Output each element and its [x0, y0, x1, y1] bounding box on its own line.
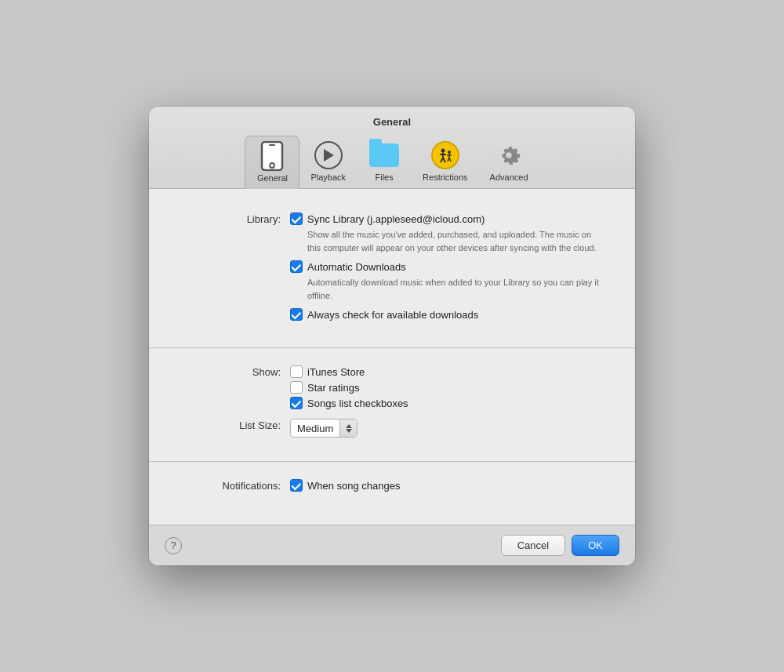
svg-line-12 [449, 158, 451, 162]
notifications-label: Notifications: [180, 479, 290, 492]
help-label: ? [170, 539, 176, 551]
tab-restrictions[interactable]: Restrictions [412, 136, 478, 188]
tab-advanced-label: Advanced [490, 173, 528, 182]
library-label: Library: [180, 212, 290, 225]
files-folder-icon [369, 143, 399, 167]
svg-rect-1 [269, 144, 275, 146]
svg-point-3 [441, 149, 445, 153]
button-group: Cancel OK [501, 535, 619, 556]
sync-library-description: Show all the music you've added, purchas… [307, 228, 604, 254]
notifications-section: Notifications: When song changes [149, 471, 635, 509]
sync-library-checkbox[interactable] [290, 212, 303, 225]
restrictions-parental-icon [431, 141, 459, 169]
tab-restrictions-label: Restrictions [423, 173, 467, 182]
tab-files-label: Files [375, 173, 393, 182]
playback-icon-container [314, 140, 343, 170]
library-content: Sync Library (j.appleseed@icloud.com) Sh… [290, 212, 604, 324]
auto-downloads-row: Automatic Downloads [290, 260, 604, 273]
general-device-icon [260, 141, 284, 171]
when-song-row: When song changes [290, 479, 604, 492]
list-size-row: List Size: Medium [180, 419, 604, 438]
dialog-title: General [149, 116, 635, 128]
show-content: iTunes Store Star ratings Songs list che… [290, 365, 604, 412]
divider-1 [149, 347, 635, 348]
notifications-content: When song changes [290, 479, 604, 495]
title-bar: General General Playback [149, 107, 635, 189]
when-song-label: When song changes [307, 480, 401, 492]
songs-checkboxes-label: Songs list checkboxes [307, 398, 408, 409]
songs-checkboxes-row: Songs list checkboxes [290, 397, 604, 409]
itunes-store-label: iTunes Store [307, 366, 365, 378]
show-row: Show: iTunes Store Star ratings [180, 365, 604, 412]
divider-2 [149, 461, 635, 462]
main-content: Library: Sync Library (j.appleseed@iclou… [149, 189, 635, 525]
advanced-icon-container [494, 140, 524, 170]
notifications-row: Notifications: When song changes [180, 479, 604, 495]
list-size-select[interactable]: Medium [290, 419, 358, 438]
arrow-down-icon [346, 429, 352, 433]
advanced-gear-icon [495, 142, 522, 169]
bottom-bar: ? Cancel OK [149, 525, 635, 565]
svg-point-13 [506, 152, 512, 158]
always-check-row: Always check for available downloads [290, 308, 604, 321]
when-song-checkbox[interactable] [290, 479, 303, 492]
show-section: Show: iTunes Store Star ratings [149, 358, 635, 452]
arrow-up-icon [346, 424, 352, 428]
auto-downloads-checkbox[interactable] [290, 260, 303, 273]
tab-general-label: General [257, 173, 288, 183]
general-icon-container [257, 141, 287, 171]
list-size-value: Medium [291, 423, 339, 434]
files-icon-container [369, 140, 399, 170]
star-ratings-row: Star ratings [290, 381, 604, 394]
svg-rect-0 [262, 142, 282, 170]
itunes-store-row: iTunes Store [290, 365, 604, 378]
star-ratings-checkbox[interactable] [290, 381, 303, 394]
tab-advanced[interactable]: Advanced [479, 136, 539, 188]
cancel-label: Cancel [517, 539, 549, 551]
always-check-checkbox[interactable] [290, 308, 303, 321]
sync-library-label: Sync Library (j.appleseed@icloud.com) [307, 213, 485, 225]
svg-line-7 [443, 158, 445, 162]
tab-playback-label: Playback [310, 173, 346, 182]
auto-downloads-label: Automatic Downloads [307, 261, 406, 273]
tab-playback[interactable]: Playback [299, 136, 357, 188]
help-button[interactable]: ? [165, 537, 182, 554]
ok-button[interactable]: OK [572, 535, 619, 556]
svg-point-8 [448, 151, 451, 154]
restrictions-icon-container [430, 140, 460, 170]
auto-downloads-description: Automatically download music when added … [307, 276, 604, 302]
parental-svg [437, 147, 454, 164]
library-section: Library: Sync Library (j.appleseed@iclou… [149, 205, 635, 338]
show-label: Show: [180, 365, 290, 378]
star-ratings-label: Star ratings [307, 382, 359, 394]
playback-play-icon [314, 141, 343, 169]
toolbar: General Playback Files [149, 136, 635, 188]
sync-library-row: Sync Library (j.appleseed@icloud.com) [290, 212, 604, 225]
itunes-store-checkbox[interactable] [290, 365, 303, 378]
list-size-content: Medium [290, 419, 604, 438]
list-size-label: List Size: [180, 419, 290, 431]
library-row: Library: Sync Library (j.appleseed@iclou… [180, 212, 604, 324]
tab-general[interactable]: General [245, 136, 299, 189]
tab-files[interactable]: Files [357, 136, 412, 188]
ok-label: OK [588, 539, 603, 551]
always-check-label: Always check for available downloads [307, 309, 478, 321]
cancel-button[interactable]: Cancel [501, 535, 565, 556]
select-arrows [339, 420, 357, 437]
songs-checkboxes-checkbox[interactable] [290, 397, 303, 409]
dialog: General General Playback [149, 107, 635, 565]
